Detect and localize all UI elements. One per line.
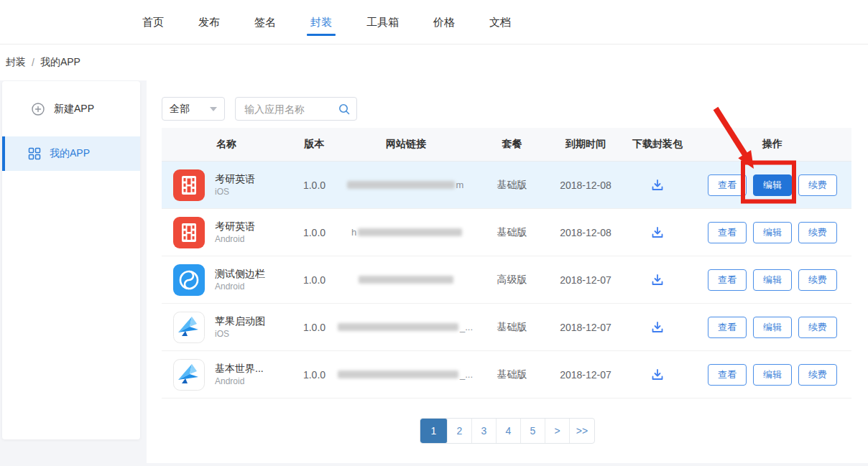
nav-tab-6[interactable]: 价格 — [433, 0, 455, 45]
table-row-5[interactable]: 基本世界...Android1.0.0_...基础版2018-12-07查看编辑… — [162, 351, 851, 399]
nav-tab-3[interactable]: 签名 — [254, 0, 276, 45]
website-link-redacted — [358, 228, 462, 236]
table-row-1[interactable]: 考研英语iOS1.0.0m基础版2018-12-08查看编辑续费 — [162, 162, 851, 209]
sidebar-item-label: 新建APP — [54, 103, 94, 116]
grid-icon — [28, 147, 41, 160]
edit-button[interactable]: 编辑 — [753, 269, 792, 291]
table-body: 考研英语iOS1.0.0m基础版2018-12-08查看编辑续费考研英语Andr… — [162, 162, 851, 399]
top-nav: 首页发布签名封装工具箱价格文档 — [0, 0, 868, 45]
app-name-cell: 苹果启动图iOS — [162, 312, 291, 343]
plus-circle-icon — [31, 102, 45, 116]
app-name: 考研英语 — [215, 220, 255, 233]
chevron-down-icon — [210, 107, 217, 111]
renew-button[interactable]: 续费 — [798, 174, 837, 196]
app-name-cell: 考研英语Android — [162, 217, 291, 248]
nav-tab-5[interactable]: 工具箱 — [366, 0, 399, 45]
page-1[interactable]: 1 — [420, 419, 448, 443]
website-link-redacted — [338, 371, 458, 378]
page-next[interactable]: > — [545, 419, 570, 443]
table-row-4[interactable]: 苹果启动图iOS1.0.0_...基础版2018-12-07查看编辑续费 — [162, 304, 851, 351]
website-link-suffix: _... — [460, 322, 473, 332]
renew-button[interactable]: 续费 — [798, 269, 837, 291]
category-select[interactable]: 全部 — [162, 97, 225, 121]
nav-tab-label: 首页 — [142, 16, 164, 29]
view-button[interactable]: 查看 — [708, 317, 747, 338]
app-platform: iOS — [215, 186, 255, 197]
renew-button[interactable]: 续费 — [798, 222, 837, 243]
page-5[interactable]: 5 — [521, 419, 545, 443]
search-box — [235, 97, 357, 121]
package-tier: 高级版 — [474, 274, 550, 286]
actions-cell: 查看编辑续费 — [693, 317, 851, 338]
sidebar-item-label: 我的APP — [50, 147, 90, 160]
breadcrumb-parent[interactable]: 封装 — [6, 56, 26, 69]
download-cell — [622, 177, 693, 193]
download-cell — [622, 272, 693, 288]
film-app-icon — [173, 169, 205, 201]
view-button[interactable]: 查看 — [708, 364, 747, 386]
expiry-date: 2018-12-07 — [550, 369, 622, 381]
page-3[interactable]: 3 — [472, 419, 497, 443]
app-name-cell: 测试侧边栏Android — [162, 264, 291, 296]
download-icon[interactable] — [650, 177, 665, 193]
app-name-block: 苹果启动图iOS — [215, 314, 265, 340]
page-2[interactable]: 2 — [448, 419, 472, 443]
film-app-icon — [173, 217, 205, 248]
swirl-app-icon — [173, 264, 205, 296]
table-row-3[interactable]: 测试侧边栏Android1.0.0高级版2018-12-07查看编辑续费 — [162, 256, 851, 304]
view-button[interactable]: 查看 — [708, 174, 747, 196]
apps-table: 名称版本网站链接套餐到期时间下载封装包操作 考研英语iOS1.0.0m基础版20… — [162, 128, 851, 399]
actions-cell: 查看编辑续费 — [693, 269, 851, 291]
filter-row: 全部 — [162, 97, 853, 121]
package-tier: 基础版 — [474, 226, 550, 239]
nav-tab-2[interactable]: 发布 — [198, 0, 220, 45]
sidebar-item-2[interactable]: 我的APP — [2, 136, 140, 171]
nav-tab-1[interactable]: 首页 — [142, 0, 164, 45]
app-root: 首页发布签名封装工具箱价格文档 封装 / 我的APP 新建APP我的APP 全部 — [0, 0, 868, 466]
main-panel: 全部 名称版本网站链接套餐到期时间下载封装包操作 考研英语iOS1.0.0m基础… — [147, 80, 868, 463]
view-button[interactable]: 查看 — [708, 269, 747, 291]
website-link-cell: _... — [338, 369, 474, 380]
view-button[interactable]: 查看 — [708, 222, 747, 243]
download-icon[interactable] — [650, 272, 665, 288]
website-link-cell — [338, 276, 474, 284]
renew-button[interactable]: 续费 — [798, 364, 837, 386]
download-icon[interactable] — [650, 367, 665, 383]
download-cell — [622, 320, 693, 335]
table-header: 名称版本网站链接套餐到期时间下载封装包操作 — [162, 128, 851, 162]
expiry-date: 2018-12-08 — [550, 227, 622, 238]
app-platform: Android — [215, 233, 255, 245]
website-link-cell: _... — [338, 322, 474, 332]
download-icon[interactable] — [650, 320, 665, 335]
download-icon[interactable] — [650, 225, 665, 241]
sidebar-item-1[interactable]: 新建APP — [2, 92, 140, 126]
app-name-block: 考研英语iOS — [215, 172, 255, 197]
package-tier: 基础版 — [474, 368, 550, 381]
edit-button[interactable]: 编辑 — [753, 317, 792, 338]
app-platform: Android — [215, 281, 265, 292]
actions-cell: 查看编辑续费 — [693, 174, 851, 196]
search-icon[interactable] — [338, 103, 351, 118]
edit-button[interactable]: 编辑 — [753, 174, 792, 196]
table-row-2[interactable]: 考研英语Android1.0.0h基础版2018-12-08查看编辑续费 — [162, 209, 851, 256]
app-name-cell: 考研英语iOS — [162, 169, 291, 201]
website-link-cell: h — [338, 227, 474, 238]
page-last[interactable]: >> — [570, 419, 594, 443]
edit-button[interactable]: 编辑 — [753, 364, 792, 386]
website-link-prefix: h — [351, 227, 356, 238]
package-tier: 基础版 — [474, 321, 550, 334]
nav-tab-label: 价格 — [433, 16, 455, 29]
nav-tab-7[interactable]: 文档 — [489, 0, 511, 45]
nav-tab-label: 文档 — [489, 16, 511, 29]
main-content: 全部 名称版本网站链接套餐到期时间下载封装包操作 考研英语iOS1.0.0m基础… — [147, 80, 868, 444]
breadcrumb-current: 我的APP — [40, 56, 80, 69]
nav-tab-label: 封装 — [310, 16, 332, 29]
nav-tab-4[interactable]: 封装 — [310, 0, 332, 45]
expiry-date: 2018-12-07 — [550, 274, 622, 286]
category-select-value: 全部 — [170, 103, 190, 116]
edit-button[interactable]: 编辑 — [753, 222, 792, 243]
column-header-7: 操作 — [693, 138, 851, 151]
page-4[interactable]: 4 — [497, 419, 521, 443]
app-name-block: 基本世界...Android — [215, 362, 264, 387]
renew-button[interactable]: 续费 — [798, 317, 837, 338]
